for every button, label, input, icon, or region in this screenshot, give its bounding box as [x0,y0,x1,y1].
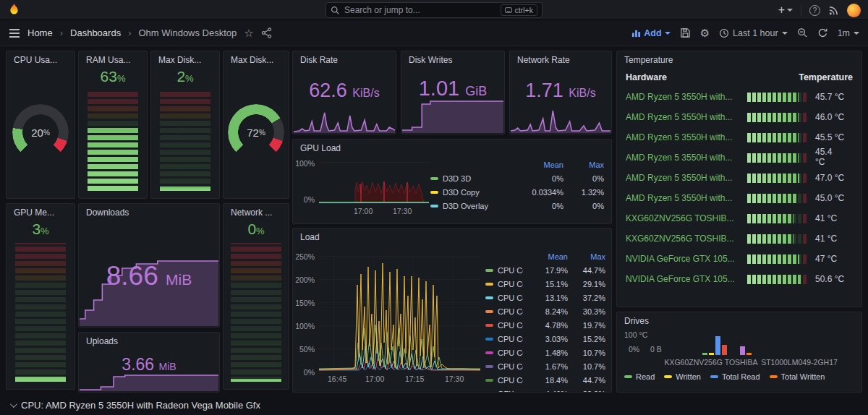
legend-mean-header[interactable]: Mean [527,252,568,261]
series-name[interactable]: D3D Overlay [443,202,503,210]
series-name[interactable]: D3D Copy [443,188,503,197]
hardware-link[interactable]: NVIDIA GeForce GTX 105... [626,274,741,284]
panel-title[interactable]: Disk Rate [293,51,396,67]
series-name[interactable]: CPU Core #02 [498,280,523,288]
hardware-link[interactable]: AMD Ryzen 5 3550H with... [626,173,741,183]
gpu-load-plot[interactable] [319,162,429,204]
y-axis-label-temp: 100 °C [624,330,647,339]
panel-title[interactable]: Disk Writes [401,51,504,67]
breadcrumb-separator: › [60,27,63,38]
disk-rate-sparkline [294,107,395,133]
series-name[interactable]: CPU Core #07 [498,348,523,357]
series-max: 10.7% [572,362,605,371]
series-name[interactable]: GFX [498,390,523,393]
drives-chart[interactable]: 100 °C 0% 0 B KXG60ZNV256G TOSHIBA ST100… [617,328,861,392]
row-collapse-header[interactable]: CPU: AMD Ryzen 5 3550H with Radeon Vega … [0,395,868,415]
user-avatar[interactable] [847,4,861,17]
temp-value: 41 °C [814,234,853,244]
legend-row: D3D 3D 0% 0% [430,171,604,185]
hardware-link[interactable]: AMD Ryzen 5 3550H with... [626,132,741,142]
series-mean: 1.48% [527,348,568,357]
legend-mean-header[interactable]: Mean [507,161,563,169]
series-name[interactable]: CPU Core #06 [498,335,523,343]
plus-icon: + [778,4,785,16]
hardware-link[interactable]: AMD Ryzen 5 3550H with... [626,193,741,203]
help-icon[interactable]: ? [809,5,820,16]
legend-item[interactable]: Total Written [770,372,825,381]
save-dashboard-icon[interactable] [680,27,691,38]
legend-row: CPU Core #08 1.67% 10.7% [485,359,605,373]
series-name[interactable]: CPU Core #01 [498,266,523,275]
search-input[interactable] [344,5,496,15]
series-name[interactable]: CPU Core #08 [498,362,523,371]
legend-max-header[interactable]: Max [572,252,605,261]
hardware-link[interactable]: AMD Ryzen 5 3550H with... [626,153,741,163]
panel-title[interactable]: Uploads [79,333,219,348]
column-header-hardware[interactable]: Hardware [626,72,667,82]
grafana-logo-icon[interactable] [7,3,21,17]
panel-title[interactable]: GPU Load [293,140,611,155]
bar-total-read [715,336,720,355]
dashboard-settings-icon[interactable]: ⚙ [700,27,710,38]
star-icon[interactable]: ☆ [244,27,253,40]
bar-read [702,353,707,355]
series-max: 1.32% [568,188,604,197]
refresh-icon[interactable] [817,27,828,38]
panel-title[interactable]: GPU Me... [7,204,75,219]
legend-item[interactable]: Written [664,372,701,381]
series-name[interactable]: D3D 3D [443,174,503,183]
menu-icon[interactable] [9,28,20,38]
panel-title[interactable]: CPU Usa... [7,51,75,67]
row-header-label: CPU: AMD Ryzen 5 3550H with Radeon Vega … [21,400,260,411]
temp-bar-gauge [747,214,808,223]
panel-title[interactable]: Network ... [224,204,289,219]
news-icon[interactable] [828,5,839,16]
temp-value: 50.6 °C [814,274,853,284]
hardware-link[interactable]: KXG60ZNV256G TOSHIB... [626,234,741,244]
series-name[interactable]: CPU Core #03 [498,294,523,302]
series-max: 44.7% [572,376,605,385]
new-menu-button[interactable]: + [778,4,793,16]
series-name[interactable]: CPU Core Max [498,376,523,385]
bar-gauge-value: 63% [79,68,147,85]
panel-title[interactable]: Network Rate [510,51,611,67]
legend-row: CPU Core #07 1.48% 10.7% [485,346,605,359]
hardware-link[interactable]: AMD Ryzen 5 3550H with... [626,92,741,102]
hardware-link[interactable]: NVIDIA GeForce GTX 105... [626,254,741,264]
chevron-down-icon [665,32,671,35]
search-box[interactable]: ctrl+k [326,2,542,18]
load-plot[interactable] [319,256,480,372]
breadcrumb-dashboards[interactable]: Dashboards [70,27,121,38]
panel-title[interactable]: Temperature [617,51,861,67]
time-range-picker[interactable]: Last 1 hour [719,28,788,38]
legend-item[interactable]: Total Read [710,372,760,381]
column-header-temperature[interactable]: Temperature [799,72,853,82]
chevron-down-icon [854,32,859,35]
series-mean: 17.9% [527,266,568,275]
add-panel-button[interactable]: Add [631,28,670,38]
refresh-interval-dropdown[interactable]: 1m [838,28,859,38]
breadcrumb-home[interactable]: Home [27,27,53,38]
panel-title[interactable]: Max Disk... [151,51,219,67]
hardware-link[interactable]: AMD Ryzen 5 3550H with... [626,112,741,122]
series-mean: 0% [507,202,563,210]
series-mean: 18.4% [527,376,568,385]
panel-title[interactable]: Load [293,228,611,244]
legend-max-header[interactable]: Max [568,161,604,169]
share-icon[interactable] [261,27,272,38]
keyboard-icon [505,7,512,13]
legend-item[interactable]: Read [624,372,655,381]
gpu-load-legend: Mean Max D3D 3D 0% 0% D3D Copy 0.0334% 1… [430,158,604,213]
hardware-link[interactable]: KXG60ZNV256G TOSHIB... [626,213,741,223]
panel-title[interactable]: RAM Usa... [79,51,147,67]
series-name[interactable]: CPU Core #04 [498,307,523,316]
add-chart-icon [631,28,641,38]
drives-legend: Read Written Total Read Total Written [624,372,825,381]
temp-value: 45.4 °C [814,147,838,168]
panel-title[interactable]: Max Disk... [224,51,289,67]
panel-title[interactable]: Downloads [79,204,219,219]
series-name[interactable]: CPU Core #05 [498,321,523,330]
panel-title[interactable]: Drives [617,312,861,328]
zoom-out-icon[interactable] [797,27,808,38]
series-name: Total Written [781,372,825,381]
